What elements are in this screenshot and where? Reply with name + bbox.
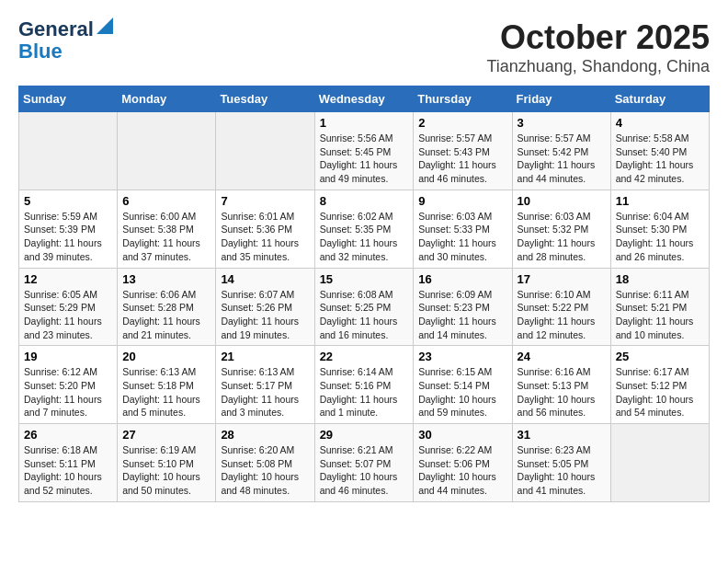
calendar-cell: 28Sunrise: 6:20 AM Sunset: 5:08 PM Dayli… (216, 424, 314, 502)
calendar-cell (216, 112, 314, 190)
day-info: Sunrise: 6:08 AM Sunset: 5:25 PM Dayligh… (320, 288, 409, 342)
day-info: Sunrise: 6:20 AM Sunset: 5:08 PM Dayligh… (221, 443, 309, 498)
calendar-cell: 30Sunrise: 6:22 AM Sunset: 5:06 PM Dayli… (414, 424, 512, 502)
day-number: 20 (122, 350, 210, 363)
weekday-header-wednesday: Wednesday (314, 86, 414, 112)
svg-marker-0 (97, 17, 113, 34)
calendar-cell: 20Sunrise: 6:13 AM Sunset: 5:18 PM Dayli… (118, 346, 216, 424)
day-info: Sunrise: 6:07 AM Sunset: 5:26 PM Dayligh… (221, 288, 309, 342)
day-number: 26 (24, 428, 112, 442)
day-info: Sunrise: 5:59 AM Sunset: 5:39 PM Dayligh… (24, 210, 112, 264)
day-number: 17 (518, 272, 606, 286)
day-number: 11 (616, 194, 704, 208)
calendar-cell (610, 424, 709, 502)
day-info: Sunrise: 6:15 AM Sunset: 5:14 PM Dayligh… (418, 365, 506, 419)
calendar-cell: 31Sunrise: 6:23 AM Sunset: 5:05 PM Dayli… (512, 424, 610, 502)
weekday-header-monday: Monday (118, 86, 216, 112)
logo: General Blue (18, 18, 113, 63)
day-info: Sunrise: 6:03 AM Sunset: 5:33 PM Dayligh… (418, 210, 506, 264)
calendar-cell: 1Sunrise: 5:56 AM Sunset: 5:45 PM Daylig… (314, 112, 414, 190)
calendar-cell: 13Sunrise: 6:06 AM Sunset: 5:28 PM Dayli… (118, 268, 216, 346)
day-info: Sunrise: 6:01 AM Sunset: 5:36 PM Dayligh… (221, 210, 309, 264)
day-number: 19 (24, 350, 112, 363)
day-info: Sunrise: 6:14 AM Sunset: 5:16 PM Dayligh… (320, 365, 409, 419)
day-info: Sunrise: 6:13 AM Sunset: 5:18 PM Dayligh… (122, 365, 210, 419)
calendar-cell: 15Sunrise: 6:08 AM Sunset: 5:25 PM Dayli… (314, 268, 414, 346)
calendar-cell: 14Sunrise: 6:07 AM Sunset: 5:26 PM Dayli… (216, 268, 314, 346)
day-number: 13 (122, 272, 210, 286)
month-title: October 2025 (486, 18, 710, 57)
calendar-cell: 11Sunrise: 6:04 AM Sunset: 5:30 PM Dayli… (610, 190, 709, 268)
day-info: Sunrise: 6:05 AM Sunset: 5:29 PM Dayligh… (24, 288, 112, 342)
day-number: 7 (221, 194, 309, 208)
weekday-header-saturday: Saturday (610, 86, 709, 112)
day-number: 30 (418, 428, 506, 442)
day-info: Sunrise: 6:23 AM Sunset: 5:05 PM Dayligh… (518, 443, 606, 498)
day-info: Sunrise: 6:12 AM Sunset: 5:20 PM Dayligh… (24, 365, 112, 419)
calendar-cell: 4Sunrise: 5:58 AM Sunset: 5:40 PM Daylig… (610, 112, 709, 190)
day-info: Sunrise: 5:57 AM Sunset: 5:43 PM Dayligh… (418, 132, 506, 186)
weekday-header-friday: Friday (512, 86, 610, 112)
day-info: Sunrise: 6:13 AM Sunset: 5:17 PM Dayligh… (221, 365, 309, 419)
weekday-header-tuesday: Tuesday (216, 86, 314, 112)
day-info: Sunrise: 6:17 AM Sunset: 5:12 PM Dayligh… (616, 365, 704, 419)
day-number: 1 (320, 116, 409, 130)
day-info: Sunrise: 6:16 AM Sunset: 5:13 PM Dayligh… (518, 365, 606, 419)
calendar-cell: 21Sunrise: 6:13 AM Sunset: 5:17 PM Dayli… (216, 346, 314, 424)
day-number: 23 (418, 350, 506, 363)
calendar-cell: 5Sunrise: 5:59 AM Sunset: 5:39 PM Daylig… (19, 190, 118, 268)
day-number: 4 (616, 116, 704, 130)
day-info: Sunrise: 5:58 AM Sunset: 5:40 PM Dayligh… (616, 132, 704, 186)
day-number: 8 (320, 194, 409, 208)
weekday-header-row: SundayMondayTuesdayWednesdayThursdayFrid… (19, 86, 710, 112)
day-number: 24 (518, 350, 606, 363)
day-number: 12 (24, 272, 112, 286)
calendar-cell: 29Sunrise: 6:21 AM Sunset: 5:07 PM Dayli… (314, 424, 414, 502)
day-number: 31 (518, 428, 606, 442)
calendar-cell: 22Sunrise: 6:14 AM Sunset: 5:16 PM Dayli… (314, 346, 414, 424)
day-number: 15 (320, 272, 409, 286)
calendar-cell: 7Sunrise: 6:01 AM Sunset: 5:36 PM Daylig… (216, 190, 314, 268)
day-number: 6 (122, 194, 210, 208)
day-info: Sunrise: 6:11 AM Sunset: 5:21 PM Dayligh… (616, 288, 704, 342)
logo-general: General (18, 18, 94, 40)
day-info: Sunrise: 6:04 AM Sunset: 5:30 PM Dayligh… (616, 210, 704, 264)
calendar-cell: 19Sunrise: 6:12 AM Sunset: 5:20 PM Dayli… (19, 346, 118, 424)
calendar-cell: 3Sunrise: 5:57 AM Sunset: 5:42 PM Daylig… (512, 112, 610, 190)
day-info: Sunrise: 5:56 AM Sunset: 5:45 PM Dayligh… (320, 132, 409, 186)
calendar-cell: 26Sunrise: 6:18 AM Sunset: 5:11 PM Dayli… (19, 424, 118, 502)
day-number: 16 (418, 272, 506, 286)
logo-blue: Blue (18, 40, 63, 63)
day-number: 22 (320, 350, 409, 363)
calendar-cell: 27Sunrise: 6:19 AM Sunset: 5:10 PM Dayli… (118, 424, 216, 502)
day-info: Sunrise: 6:18 AM Sunset: 5:11 PM Dayligh… (24, 443, 112, 498)
calendar-table: SundayMondayTuesdayWednesdayThursdayFrid… (18, 86, 710, 502)
day-info: Sunrise: 6:02 AM Sunset: 5:35 PM Dayligh… (320, 210, 409, 264)
calendar-cell: 24Sunrise: 6:16 AM Sunset: 5:13 PM Dayli… (512, 346, 610, 424)
weekday-header-sunday: Sunday (19, 86, 118, 112)
calendar-cell: 18Sunrise: 6:11 AM Sunset: 5:21 PM Dayli… (610, 268, 709, 346)
day-info: Sunrise: 6:00 AM Sunset: 5:38 PM Dayligh… (122, 210, 210, 264)
logo-icon (97, 17, 113, 34)
day-number: 18 (616, 272, 704, 286)
day-number: 5 (24, 194, 112, 208)
calendar-cell: 12Sunrise: 6:05 AM Sunset: 5:29 PM Dayli… (19, 268, 118, 346)
page-header: General Blue October 2025 Tianzhuang, Sh… (18, 18, 710, 76)
week-row-4: 19Sunrise: 6:12 AM Sunset: 5:20 PM Dayli… (19, 346, 710, 424)
day-info: Sunrise: 6:21 AM Sunset: 5:07 PM Dayligh… (320, 443, 409, 498)
calendar-cell: 6Sunrise: 6:00 AM Sunset: 5:38 PM Daylig… (118, 190, 216, 268)
calendar-cell (118, 112, 216, 190)
calendar-cell: 2Sunrise: 5:57 AM Sunset: 5:43 PM Daylig… (414, 112, 512, 190)
day-info: Sunrise: 6:06 AM Sunset: 5:28 PM Dayligh… (122, 288, 210, 342)
day-number: 27 (122, 428, 210, 442)
day-info: Sunrise: 6:03 AM Sunset: 5:32 PM Dayligh… (518, 210, 606, 264)
day-number: 28 (221, 428, 309, 442)
week-row-5: 26Sunrise: 6:18 AM Sunset: 5:11 PM Dayli… (19, 424, 710, 502)
day-info: Sunrise: 6:19 AM Sunset: 5:10 PM Dayligh… (122, 443, 210, 498)
calendar-cell: 10Sunrise: 6:03 AM Sunset: 5:32 PM Dayli… (512, 190, 610, 268)
week-row-1: 1Sunrise: 5:56 AM Sunset: 5:45 PM Daylig… (19, 112, 710, 190)
day-number: 3 (518, 116, 606, 130)
week-row-2: 5Sunrise: 5:59 AM Sunset: 5:39 PM Daylig… (19, 190, 710, 268)
day-number: 9 (418, 194, 506, 208)
location-title: Tianzhuang, Shandong, China (486, 57, 710, 76)
